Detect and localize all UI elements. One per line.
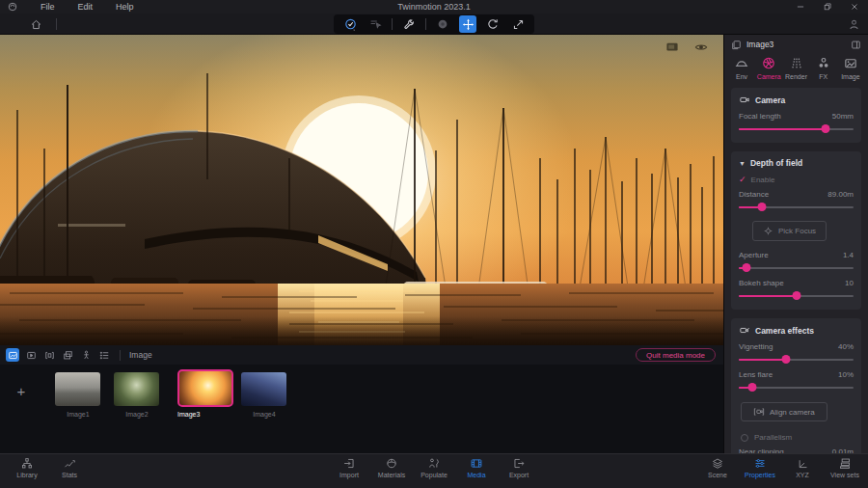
quit-media-mode-button[interactable]: Quit media mode	[636, 348, 716, 362]
dock-label: Export	[509, 472, 529, 478]
panel-toggle-icon[interactable]	[851, 40, 861, 50]
home-button[interactable]	[27, 15, 44, 33]
selected-media-title: Image3	[746, 40, 846, 49]
title-bar: File Edit Help Twinmotion 2023.1	[0, 0, 868, 14]
tab-render[interactable]: Render	[782, 56, 809, 80]
phasing-mode-button[interactable]	[97, 348, 111, 362]
parallelism-toggle[interactable]: Parallelism	[741, 433, 854, 442]
rotate-tool-button[interactable]	[484, 15, 502, 33]
library-icon	[20, 457, 34, 470]
check-circle-icon	[343, 17, 358, 32]
viewport-eye-icon[interactable]	[694, 41, 708, 53]
tab-image[interactable]: Image	[837, 56, 864, 80]
dof-section-title: Depth of field	[750, 158, 802, 168]
thumbnail-image1[interactable]	[55, 372, 100, 406]
fx-circles-icon	[816, 56, 831, 70]
presentation-mode-button[interactable]	[61, 348, 74, 362]
dock-scene[interactable]: Scene	[700, 457, 735, 478]
tab-fx[interactable]: FX	[810, 56, 837, 80]
crosshair-icon	[763, 226, 773, 236]
add-media-button[interactable]: +	[13, 382, 30, 399]
dock-export[interactable]: Export	[502, 457, 536, 478]
dock-media[interactable]: Media	[459, 457, 494, 478]
dock-label: Library	[16, 472, 37, 478]
vr-mode-button[interactable]	[79, 348, 93, 362]
xyz-axes-icon	[796, 457, 809, 470]
lens-flare-slider[interactable]	[739, 382, 854, 393]
export-icon	[512, 457, 526, 470]
checkmark-icon: ✓	[739, 175, 746, 184]
camera-section: Camera Focal length 50mm	[731, 88, 861, 143]
close-button[interactable]	[849, 1, 860, 13]
media-icon	[470, 457, 483, 470]
viewport-monitor-icon[interactable]	[665, 41, 679, 53]
wrench-icon	[403, 18, 416, 31]
thumbnail-image2[interactable]	[114, 372, 159, 406]
vignetting-slider[interactable]	[739, 354, 854, 365]
distance-slider[interactable]	[739, 202, 854, 212]
water	[0, 284, 723, 345]
dock-import[interactable]: Import	[332, 457, 366, 478]
media-toolbar-divider	[120, 350, 121, 361]
restore-button[interactable]	[822, 1, 833, 13]
dock-stats[interactable]: Stats	[52, 457, 87, 478]
bokeh-shape-slider[interactable]	[739, 290, 854, 301]
video-mode-button[interactable]	[24, 348, 38, 362]
pick-focus-button[interactable]: Pick Focus	[752, 221, 827, 241]
dock-label: Media	[467, 472, 485, 478]
move-tool-button[interactable]	[459, 15, 476, 33]
phasing-mode-icon	[99, 350, 110, 361]
user-account-icon[interactable]	[848, 18, 860, 31]
dock-xyz[interactable]: XYZ	[785, 457, 820, 478]
dock-label: Import	[339, 472, 359, 478]
viewport[interactable]	[0, 35, 723, 345]
gizmo-mode-button[interactable]	[434, 15, 451, 33]
collapse-arrow-icon[interactable]: ▼	[739, 160, 746, 167]
property-tabs: Env Camera Render FX Image	[724, 54, 868, 88]
camera-section-icon	[739, 95, 750, 105]
focal-length-slider[interactable]	[739, 123, 854, 134]
vignetting-label: Vignetting	[739, 342, 773, 351]
toolbar-divider	[56, 18, 57, 30]
tab-camera[interactable]: Camera	[755, 56, 782, 80]
stats-icon	[63, 457, 76, 470]
aperture-slider[interactable]	[739, 262, 854, 273]
depth-of-field-section: ▼ Depth of field ✓ Enable Distance 89.00…	[731, 151, 861, 310]
scale-tool-button[interactable]	[509, 15, 527, 33]
select-objects-button[interactable]	[366, 15, 384, 33]
menu-help[interactable]: Help	[116, 2, 134, 12]
pick-focus-label: Pick Focus	[778, 227, 816, 235]
align-camera-button[interactable]: Align camera	[741, 402, 827, 421]
camera-effects-icon	[739, 325, 750, 336]
properties-panel: Image3 Env Camera Render FX Image	[723, 35, 868, 453]
toolbar-divider	[392, 18, 393, 30]
panorama-mode-button[interactable]	[42, 348, 56, 362]
dock-properties[interactable]: Properties	[743, 457, 777, 478]
dock-view-sets[interactable]: View sets	[827, 457, 862, 478]
lens-flare-value: 10%	[838, 370, 854, 379]
distance-value: 89.00m	[827, 190, 854, 199]
menu-file[interactable]: File	[41, 2, 55, 12]
tools-button[interactable]	[400, 15, 418, 33]
open-scene-button[interactable]	[341, 15, 359, 33]
media-mode-label: Image	[129, 350, 152, 360]
thumbnail-image4[interactable]	[241, 372, 286, 406]
radio-icon	[741, 434, 748, 442]
camera-aperture-icon	[761, 56, 776, 70]
dock-materials[interactable]: Materials	[374, 457, 409, 478]
parallelism-label: Parallelism	[754, 433, 792, 442]
minimize-button[interactable]	[795, 1, 806, 13]
thumbnail-label: Image2	[108, 411, 166, 418]
dock-populate[interactable]: Populate	[417, 457, 451, 478]
thumbnail-image3-selected[interactable]	[177, 369, 233, 407]
tab-env[interactable]: Env	[728, 56, 755, 80]
menu-edit[interactable]: Edit	[78, 2, 94, 12]
dock-label: Properties	[745, 472, 775, 478]
dock-label: Populate	[420, 472, 448, 478]
image-mode-button[interactable]	[6, 348, 19, 362]
dof-enable-checkbox[interactable]: ✓ Enable	[739, 175, 854, 184]
focal-length-label: Focal length	[739, 112, 781, 121]
app-window: File Edit Help Twinmotion 2023.1	[0, 0, 868, 488]
scale-icon	[512, 18, 525, 31]
dock-library[interactable]: Library	[10, 457, 44, 478]
